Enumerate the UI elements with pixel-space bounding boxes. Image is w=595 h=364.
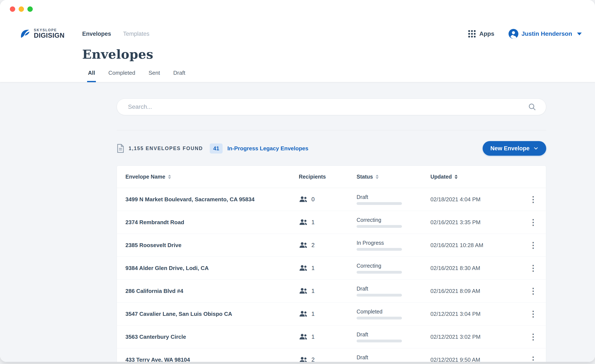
user-name: Justin Henderson [522,30,572,37]
table-row[interactable]: 3547 Cavalier Lane, San Luis Obispo CA 1… [117,303,546,325]
window-controls [10,7,33,12]
row-menu-icon[interactable]: ⋮ [526,240,540,250]
table-row[interactable]: 433 Terry Ave, WA 98104 2 Draft 02/12/20… [117,348,546,362]
row-menu-icon[interactable]: ⋮ [526,309,540,319]
recipients-count: 1 [312,288,315,294]
status-progress-bar [357,294,402,297]
envelope-name[interactable]: 3547 Cavalier Lane, San Luis Obispo CA [125,311,299,317]
recipients-count: 0 [312,196,315,203]
envelopes-table: Envelope Name Recipients Status Updated … [117,165,546,362]
status-label: In Progress [357,240,430,246]
minimize-window-button[interactable] [19,7,24,12]
recipients-icon [299,196,308,203]
table-row[interactable]: 9384 Alder Glen Drive, Lodi, CA 1 Correc… [117,257,546,280]
column-header-recipients[interactable]: Recipients [299,174,357,180]
apps-grid-icon [468,30,475,37]
envelope-tabs: All Completed Sent Draft [87,70,186,82]
table-row[interactable]: 286 California Blvd #4 1 Draft 02/16/202… [117,280,546,303]
section-divider [117,130,546,130]
sort-icon [455,175,458,179]
updated-timestamp: 02/18/2021 4:04 PM [430,196,520,203]
row-menu-icon[interactable]: ⋮ [526,263,540,273]
digisign-logo[interactable]: SKYSLOPE DIGISIGN [19,28,69,40]
search-icon[interactable] [528,103,536,111]
new-envelope-button[interactable]: New Envelope [483,141,546,156]
updated-timestamp: 02/16/2021 8:30 AM [430,265,520,271]
recipients-count: 1 [312,219,315,226]
new-envelope-label: New Envelope [490,145,530,152]
status-progress-bar [357,317,402,320]
status-label: Completed [357,308,430,315]
row-menu-icon[interactable]: ⋮ [526,332,540,342]
updated-timestamp: 02/12/2021 3:02 PM [430,334,520,340]
tab-sent[interactable]: Sent [148,70,161,82]
status-label: Correcting [357,217,430,223]
digisign-logo-icon [19,28,31,40]
table-header-row: Envelope Name Recipients Status Updated [117,166,546,188]
envelope-name[interactable]: 2374 Rembrandt Road [125,219,299,226]
recipients-icon [299,265,308,271]
nav-item-envelopes[interactable]: Envelopes [82,31,111,37]
user-menu-button[interactable]: Justin Henderson [509,29,582,39]
status-progress-bar [357,271,402,274]
row-menu-icon[interactable]: ⋮ [526,355,540,362]
document-icon [117,144,124,153]
column-header-envelope-name[interactable]: Envelope Name [125,174,299,180]
chevron-down-icon [533,146,538,151]
search-bar [117,99,546,115]
recipients-icon [299,242,308,248]
tab-completed[interactable]: Completed [107,70,136,82]
table-row[interactable]: 2374 Rembrandt Road 1 Correcting 02/16/2… [117,211,546,234]
close-window-button[interactable] [10,7,15,12]
tab-draft[interactable]: Draft [172,70,186,82]
main-nav: Envelopes Templates [82,31,149,37]
table-row[interactable]: 3563 Canterbury Circle 1 Draft 02/12/202… [117,325,546,348]
envelopes-found-count: 1,155 ENVELOPES FOUND [129,146,203,151]
envelope-name[interactable]: 2385 Roosevelt Drive [125,242,299,249]
stats-row: 1,155 ENVELOPES FOUND 41 In-Progress Leg… [117,141,546,156]
recipients-count: 1 [312,265,315,271]
logo-text-digisign: DIGISIGN [34,32,65,39]
table-row[interactable]: 3499 N Market Boulevard, Sacramento, CA … [117,188,546,211]
column-header-status[interactable]: Status [357,174,430,180]
status-progress-bar [357,225,402,228]
page-title: Envelopes [82,47,153,62]
updated-timestamp: 02/16/2021 8:09 AM [430,288,520,294]
envelope-name[interactable]: 3563 Canterbury Circle [125,334,299,340]
updated-timestamp: 02/12/2021 3:04 PM [430,311,520,317]
content-area: 1,155 ENVELOPES FOUND 41 In-Progress Leg… [0,82,595,362]
legacy-envelopes-link[interactable]: In-Progress Legacy Envelopes [227,145,308,152]
search-input[interactable] [117,99,546,115]
status-label: Draft [357,331,430,338]
row-menu-icon[interactable]: ⋮ [526,194,540,204]
table-row[interactable]: 2385 Roosevelt Drive 2 In Progress 02/16… [117,234,546,257]
envelope-name[interactable]: 9384 Alder Glen Drive, Lodi, CA [125,265,299,271]
nav-item-templates[interactable]: Templates [123,31,149,37]
recipients-icon [299,357,308,362]
recipients-count: 1 [312,334,315,340]
envelope-name[interactable]: 3499 N Market Boulevard, Sacramento, CA … [125,196,299,203]
recipients-count: 2 [312,357,315,362]
recipients-count: 2 [312,242,315,249]
status-progress-bar [357,202,402,205]
row-menu-icon[interactable]: ⋮ [526,286,540,296]
updated-timestamp: 02/16/2021 3:35 PM [430,219,520,226]
column-header-updated[interactable]: Updated [430,174,520,180]
envelope-name[interactable]: 286 California Blvd #4 [125,288,299,294]
avatar-icon [509,29,518,39]
legacy-count-badge[interactable]: 41 [210,143,223,154]
tab-all[interactable]: All [87,70,96,82]
row-menu-icon[interactable]: ⋮ [526,217,540,227]
zoom-window-button[interactable] [27,7,33,12]
app-window: SKYSLOPE DIGISIGN Envelopes Templates Ap… [0,0,595,362]
envelope-name[interactable]: 433 Terry Ave, WA 98104 [125,357,299,362]
status-label: Draft [357,354,430,361]
apps-menu-button[interactable]: Apps [468,30,494,37]
recipients-icon [299,311,308,317]
sort-icon [168,175,171,179]
recipients-icon [299,219,308,225]
recipients-count: 1 [312,311,315,317]
status-label: Draft [357,286,430,292]
status-progress-bar [357,340,402,342]
recipients-icon [299,288,308,294]
